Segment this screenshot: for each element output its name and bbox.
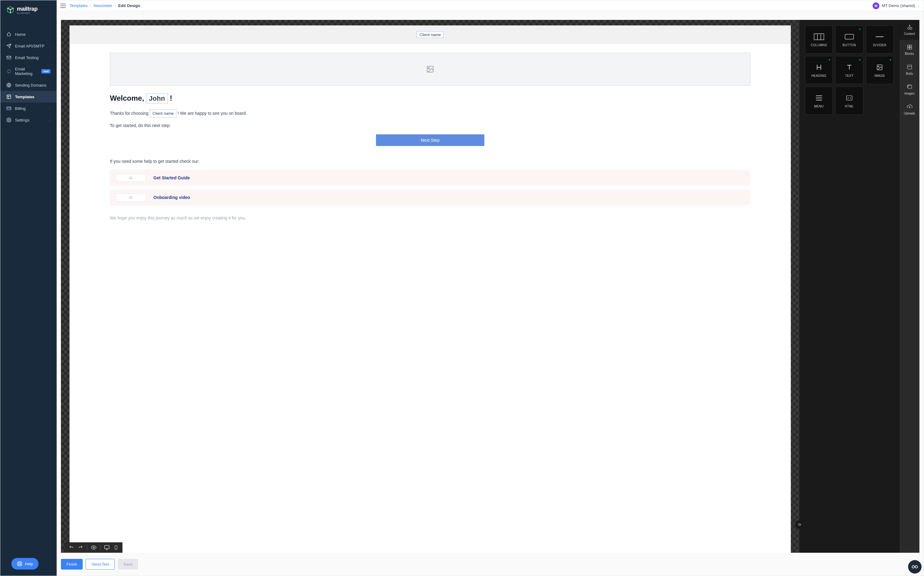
tab-blocks[interactable]: Blocks: [900, 40, 919, 60]
widget-html[interactable]: HTML: [835, 86, 863, 115]
widget-heading[interactable]: ✦ HEADING: [805, 56, 833, 84]
svg-rect-10: [130, 196, 132, 198]
redo-button[interactable]: [78, 545, 83, 550]
image-placeholder[interactable]: [110, 53, 750, 86]
merge-client-name-2[interactable]: Client name: [150, 110, 176, 118]
layout-icon: [906, 64, 913, 70]
gallery-icon: [906, 84, 913, 90]
widget-fab-button[interactable]: [908, 560, 922, 574]
breadcrumb: Templates › Newsletter › Edit Design: [69, 3, 140, 8]
merge-client-name[interactable]: Client name: [417, 32, 443, 38]
sidebar-item-label: Settings: [15, 118, 29, 122]
resource-title: Get Started Guide: [154, 175, 190, 180]
sidebar-item-label: Billing: [15, 106, 26, 111]
widget-columns[interactable]: COLUMNS: [805, 26, 833, 54]
tab-images[interactable]: Images: [900, 80, 919, 99]
thanks-paragraph[interactable]: Thanks for choosing Client name ! We are…: [110, 110, 750, 118]
welcome-heading[interactable]: Welcome, John !: [110, 94, 750, 104]
button-icon: [844, 32, 855, 41]
undo-button[interactable]: [69, 545, 74, 550]
breadcrumb-current: Edit Design: [118, 3, 140, 8]
sidebar-item-label: Templates: [15, 94, 34, 99]
logo[interactable]: mailtrap by railsware: [0, 0, 57, 20]
breadcrumb-newsletter[interactable]: Newsletter: [94, 3, 112, 8]
email-canvas[interactable]: Client name Welcome, John !: [69, 26, 791, 553]
tab-content[interactable]: Content: [900, 20, 919, 40]
svg-point-17: [878, 66, 879, 67]
home-icon: [6, 32, 11, 37]
text-icon: [844, 63, 855, 72]
topbar: Templates › Newsletter › Edit Design M M…: [57, 0, 924, 11]
cta-button[interactable]: Next Step: [376, 134, 484, 146]
desktop-view-button[interactable]: [104, 545, 110, 550]
menu-toggle-icon[interactable]: [60, 4, 66, 8]
breadcrumb-templates[interactable]: Templates: [69, 3, 88, 8]
heading-icon: [814, 63, 825, 72]
sidebar-item-domains[interactable]: Sending Domains: [0, 79, 57, 91]
svg-rect-23: [908, 48, 909, 49]
merge-firstname[interactable]: John: [146, 94, 168, 104]
code-icon: [844, 94, 855, 102]
resource-image-placeholder: [115, 174, 146, 182]
widget-menu[interactable]: MENU: [805, 86, 833, 115]
user-menu[interactable]: M MT Demo (shared) ⌄: [873, 2, 920, 9]
getstarted-paragraph[interactable]: To get started, do this next step:: [110, 122, 750, 129]
widget-image[interactable]: ✦ IMAGE: [866, 56, 894, 84]
finish-button[interactable]: Finish: [61, 559, 83, 570]
svg-rect-14: [814, 34, 824, 40]
sidebar-item-billing[interactable]: Billing ›: [0, 102, 57, 114]
save-button[interactable]: Save: [118, 559, 138, 570]
chevron-right-icon: ›: [50, 56, 51, 59]
svg-rect-12: [105, 546, 109, 549]
preview-button[interactable]: [91, 545, 96, 550]
sidebar-item-templates[interactable]: Templates: [0, 91, 57, 102]
globe-icon: [6, 83, 11, 88]
sidebar-item-label: Sending Domains: [15, 83, 46, 88]
ai-sparkle-icon: ✦: [889, 58, 892, 61]
canvas-toolbar: [65, 542, 122, 553]
collapse-panel-button[interactable]: [795, 520, 804, 529]
new-badge: new: [41, 69, 51, 74]
sidebar-item-label: Email API/SMTP: [15, 44, 45, 48]
chevron-right-icon: ›: [50, 118, 51, 122]
sidebar-item-label: Email Marketing: [15, 67, 38, 76]
sidebar-item-home[interactable]: Home: [0, 29, 57, 40]
tab-uploads[interactable]: Uploads: [900, 99, 919, 119]
email-header-block[interactable]: Client name: [69, 26, 791, 44]
mail-check-icon: [6, 55, 11, 60]
resource-title: Onboarding video: [154, 195, 190, 200]
send-test-button[interactable]: Send Test: [86, 559, 115, 570]
sidebar-item-label: Email Testing: [15, 55, 38, 60]
sidebar-item-testing[interactable]: Email Testing ›: [0, 52, 57, 63]
canvas-background: Client name Welcome, John !: [61, 20, 799, 553]
sparkle-icon: [6, 69, 11, 74]
sidebar-item-label: Home: [15, 32, 26, 37]
template-icon: [6, 94, 11, 99]
sidebar-item-marketing[interactable]: Email Marketing new: [0, 63, 57, 79]
helpline-paragraph[interactable]: If you need some help to get started che…: [110, 158, 750, 165]
tab-body[interactable]: Body: [900, 60, 919, 80]
svg-point-27: [912, 566, 914, 568]
avatar: M: [873, 2, 879, 9]
mailtrap-logo-icon: [6, 6, 14, 14]
email-footer-text[interactable]: We hope you enjoy this journey as much a…: [110, 215, 750, 221]
svg-rect-18: [847, 96, 852, 100]
widget-text[interactable]: ✦ TEXT: [835, 56, 863, 84]
upload-icon: [906, 104, 913, 110]
divider-icon: [874, 32, 885, 41]
widget-button[interactable]: ✦ BUTTON: [835, 26, 863, 54]
svg-rect-22: [910, 45, 911, 47]
sidebar-item-api[interactable]: Email API/SMTP ›: [0, 40, 57, 52]
svg-rect-24: [910, 48, 911, 49]
svg-point-6: [19, 563, 21, 565]
ai-sparkle-icon: ✦: [858, 27, 861, 31]
svg-rect-15: [845, 34, 854, 39]
svg-point-4: [8, 119, 10, 121]
widget-divider[interactable]: DIVIDER: [866, 26, 894, 54]
resource-row[interactable]: Onboarding video: [110, 189, 750, 206]
help-button[interactable]: Help: [11, 558, 38, 570]
mobile-view-button[interactable]: [113, 545, 119, 550]
shapes-icon: [906, 24, 913, 30]
resource-row[interactable]: Get Started Guide: [110, 170, 750, 186]
sidebar-item-settings[interactable]: Settings ›: [0, 114, 57, 126]
